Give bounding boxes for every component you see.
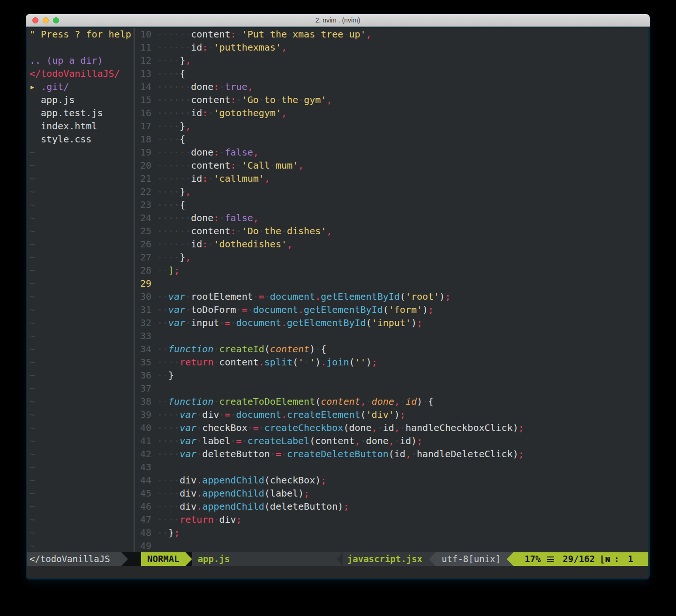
code-line[interactable]: 33 <box>135 329 648 342</box>
tree-root[interactable]: </todoVanillaJS/ <box>30 67 134 80</box>
tree-up-dir[interactable]: .. (up a dir) <box>30 54 134 67</box>
code-text: ······done:·false, <box>157 211 648 224</box>
code-token: createDeleteButton <box>287 448 389 460</box>
line-number: 41 <box>135 434 157 447</box>
code-text <box>157 539 648 552</box>
code-token: document <box>236 409 281 420</box>
code-line[interactable]: 18····{ <box>135 133 648 146</box>
code-line[interactable]: 29 <box>135 277 648 290</box>
tree-item-file[interactable]: index.html <box>30 119 134 133</box>
code-token: tree <box>321 29 343 40</box>
code-token: true <box>225 81 248 92</box>
scroll-percent: 17% <box>525 552 541 566</box>
whitespace-dots: ······ <box>157 81 191 92</box>
code-token: 'Go <box>242 94 259 105</box>
whitespace-dots: · <box>196 422 202 433</box>
code-line[interactable]: 28··]; <box>135 264 648 277</box>
code-line[interactable]: 15······content:·'Go·to·the·gym', <box>135 93 648 106</box>
tree-item-directory[interactable]: ▸ .git/ <box>30 80 134 93</box>
zoom-button[interactable] <box>53 17 59 23</box>
code-line[interactable]: 22····}, <box>135 185 648 198</box>
code-text: ····var·div·=·document.createElement('di… <box>157 408 648 421</box>
code-line[interactable]: 39····var·div·=·document.createElement('… <box>135 408 648 421</box>
code-line[interactable]: 21······id:·'callmum', <box>135 172 648 185</box>
editor-buffer[interactable]: 10······content:·'Put·the·xmas·tree·up',… <box>135 28 648 552</box>
code-token: : <box>231 160 236 171</box>
code-line[interactable]: 12····}, <box>135 54 648 67</box>
code-line[interactable]: 41····var·label·=·createLabel(content,·d… <box>135 434 648 447</box>
tree-item-file[interactable]: app.test.js <box>30 106 134 119</box>
col-separator: : <box>614 552 619 566</box>
code-line[interactable]: 30··var·rootElement·=·document.getElemen… <box>135 290 648 303</box>
code-line[interactable]: 40····var·checkBox·=·createCheckbox(done… <box>135 421 648 434</box>
code-line[interactable]: 10······content:·'Put·the·xmas·tree·up', <box>135 28 648 41</box>
code-text: ····return·content.split('·').join(''); <box>157 356 648 369</box>
empty-line-tilde: ~ <box>30 251 134 264</box>
whitespace-dots: ······ <box>157 29 191 40</box>
code-line[interactable]: 11······id:·'putthexmas', <box>135 41 648 54</box>
whitespace-dots: · <box>236 304 242 315</box>
whitespace-dots: · <box>236 225 242 237</box>
code-line[interactable]: 20······content:·'Call·mum', <box>135 159 648 172</box>
command-line[interactable] <box>27 566 648 578</box>
code-line[interactable]: 42····var·deleteButton·=·createDeleteBut… <box>135 447 648 460</box>
line-number: 12 <box>135 54 157 67</box>
whitespace-dots: ···· <box>157 68 180 79</box>
code-line[interactable]: 14······done:·true, <box>135 80 648 93</box>
code-text: ··} <box>157 369 648 382</box>
empty-line-tilde: ~ <box>30 369 134 382</box>
code-line[interactable]: 45····div.appendChild(label); <box>135 487 648 500</box>
tree-item-file[interactable]: app.js <box>30 93 134 106</box>
code-text: ····var·label·=·createLabel(content,·don… <box>157 434 648 447</box>
code-line[interactable]: 13····{ <box>135 67 648 80</box>
line-number: 20 <box>135 159 157 172</box>
code-line[interactable]: 24······done:·false, <box>135 211 648 224</box>
line-number: 32 <box>135 316 157 329</box>
code-line[interactable]: 47····return·div; <box>135 513 648 526</box>
code-line[interactable]: 37 <box>135 382 648 395</box>
tree-item-file[interactable]: style.css <box>30 133 134 146</box>
code-line[interactable]: 17····}, <box>135 119 648 133</box>
code-line[interactable]: 36··} <box>135 369 648 382</box>
code-line[interactable]: 44····div.appendChild(checkBox); <box>135 474 648 487</box>
code-line[interactable]: 31··var·toDoForm·=·document.getElementBy… <box>135 303 648 316</box>
close-button[interactable] <box>32 17 38 23</box>
code-token: document <box>253 304 298 315</box>
code-line[interactable]: 49 <box>135 539 648 552</box>
code-token: div <box>180 475 196 486</box>
code-line[interactable]: 48··}; <box>135 526 648 539</box>
code-line[interactable]: 26······id:·'dothedishes', <box>135 237 648 251</box>
code-line[interactable]: 23····{ <box>135 198 648 211</box>
code-token: . <box>196 488 202 499</box>
code-line[interactable]: 34··function·createId(content)·{ <box>135 342 648 356</box>
code-line[interactable]: 35····return·content.split('·').join('')… <box>135 356 648 369</box>
code-line[interactable]: 25······content:·'Do·the·dishes', <box>135 224 648 237</box>
code-token: ; <box>343 501 349 512</box>
code-token: 'div' <box>366 409 394 420</box>
terminal-window: 2. nvim . (nvim) " Press ? for help.. (u… <box>26 14 650 579</box>
code-token: ; <box>321 475 326 486</box>
whitespace-dots: · <box>377 422 383 433</box>
code-line[interactable]: 16······id:·'gotothegym', <box>135 106 648 119</box>
code-line[interactable]: 46····div.appendChild(deleteButton); <box>135 500 648 513</box>
code-token: var <box>180 448 196 460</box>
line-number: 44 <box>135 474 157 487</box>
whitespace-dots: · <box>213 396 219 407</box>
code-token: div <box>219 514 236 525</box>
minimize-button[interactable] <box>43 17 49 23</box>
code-line[interactable]: 38··function·createToDoElement(content,·… <box>135 395 648 408</box>
disclosure-triangle-icon[interactable]: ▸ <box>30 81 41 92</box>
line-number: 18 <box>135 133 157 146</box>
whitespace-dots: · <box>196 435 202 446</box>
code-line[interactable]: 27····}, <box>135 251 648 264</box>
code-text: ······content:·'Do·the·dishes', <box>157 224 648 237</box>
code-token: { <box>428 396 434 407</box>
whitespace-dots: ·· <box>157 291 168 302</box>
code-line[interactable]: 32··var·input·=·document.getElementById(… <box>135 316 648 329</box>
code-line[interactable]: 19······done:·false, <box>135 146 648 159</box>
titlebar[interactable]: 2. nvim . (nvim) <box>26 14 650 27</box>
code-line[interactable]: 43 <box>135 460 648 474</box>
code-token: ( <box>315 396 321 407</box>
line-number: 34 <box>135 342 157 356</box>
code-token: content <box>191 94 230 105</box>
